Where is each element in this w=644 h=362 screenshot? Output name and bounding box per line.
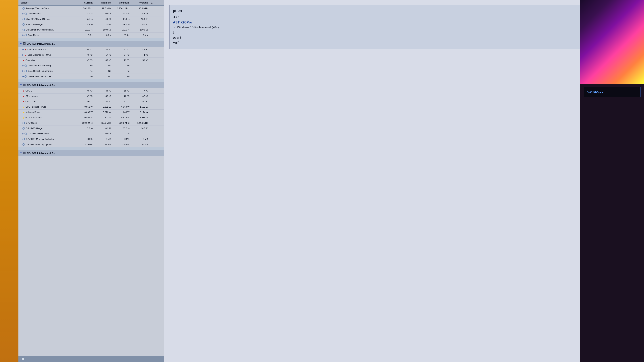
expand-icon[interactable]: ▶: [22, 70, 24, 72]
sensor-name: Average Effective Clock: [18, 6, 76, 10]
val-minimum: 132 MB: [94, 142, 112, 146]
group-label[interactable]: ▼ ■ CPU [#0]: Intel Atom x5-Z...: [18, 151, 76, 155]
sensor-name[interactable]: ▶ Core Power Limit Excee...: [18, 74, 76, 78]
val-minimum: No: [94, 64, 112, 67]
right-panel: ption -PC AST X98Pro oft Windows 10 Prof…: [164, 0, 644, 362]
val-average: 14.7 %: [131, 126, 149, 130]
circle-icon: [22, 122, 25, 124]
expand-icon[interactable]: ▶: [22, 48, 24, 51]
sensor-name[interactable]: ▶ Core Usages: [18, 12, 76, 15]
val-current: 0.854 W: [76, 116, 94, 119]
val-current: [76, 133, 94, 134]
expand-icon[interactable]: ▶: [22, 64, 24, 67]
sensor-name: CPU GT: [18, 89, 76, 93]
circle-icon: [22, 7, 25, 9]
group-header[interactable]: ▼ ■ CPU [#0]: Intel Atom x5-Z...: [18, 41, 164, 47]
circle-icon: [24, 64, 27, 67]
table-row: GPU D3D Usage 0.3 % 0.2 % 100.0 % 14.7 %: [18, 126, 164, 131]
sensor-name[interactable]: ▶ Core Temperatures: [18, 48, 76, 51]
expand-icon[interactable]: ▶: [22, 12, 24, 15]
val-average: [131, 76, 149, 77]
val-average: 1.418 W: [131, 116, 149, 119]
sensor-name[interactable]: ▶ GPU D3D Utilizations: [18, 132, 76, 136]
val-current: 0.099 W: [76, 110, 94, 114]
val-minimum: 400.0 MHz: [94, 121, 112, 125]
val-minimum: 43 °C: [94, 94, 112, 98]
table-row: GT Cores Power 0.854 W 0.807 W 5.416 W 1…: [18, 115, 164, 120]
sensor-name[interactable]: ▶ Core Ratios: [18, 33, 76, 37]
val-maximum: 51.6 %: [112, 22, 131, 26]
board-name: AST X98Pro: [173, 20, 636, 25]
val-current: 45 °C: [76, 48, 94, 51]
sensor-name: IA Cores Power: [18, 110, 76, 114]
sensor-name: On-Demand Clock Modulati...: [18, 28, 76, 32]
cpu-icon: ■: [23, 152, 26, 154]
group-label[interactable]: ▼ ■ CPU [#0]: Intel Atom x5-Z...: [18, 42, 76, 46]
val-average: 50 °C: [131, 58, 149, 62]
header-scroll: ▲: [149, 1, 154, 5]
left-panel: [0, 0, 18, 362]
circle-icon: [24, 75, 27, 78]
val-current: 47 °C: [76, 58, 94, 62]
table-row: Max CPU/Thread Usage 7.5 % 4.5 % 93.9 % …: [18, 16, 164, 22]
sensor-name: Core Max: [18, 58, 76, 62]
sensor-name: Total CPU Usage: [18, 22, 76, 26]
val-average: 100.0 %: [131, 28, 149, 32]
expand-icon[interactable]: ▶: [22, 75, 24, 77]
val-maximum: 1.206 W: [112, 110, 131, 114]
sensor-name[interactable]: ▶ Core Thermal Throttling: [18, 64, 76, 67]
val-minimum: 44 °C: [94, 89, 112, 93]
group-header[interactable]: ▼ ■ CPU [#0]: Intel Atom x5-Z...: [18, 150, 164, 156]
spacer-row: [18, 38, 164, 41]
val-minimum: 0.0 %: [94, 132, 112, 136]
val-maximum: 424 MB: [112, 142, 131, 146]
val-current: 3.2 %: [76, 22, 94, 26]
sensor-name[interactable]: ▶ Core Critical Temperature: [18, 69, 76, 73]
table-row: On-Demand Clock Modulati... 100.0 % 100.…: [18, 27, 164, 32]
val-maximum: No: [112, 74, 131, 78]
val-current: 0.953 W: [76, 105, 94, 109]
val-maximum: 28.0 x: [112, 33, 131, 37]
table-row: ▶ Core Usages 3.2 % 0.0 % 93.9 % 8.5 %: [18, 11, 164, 16]
bottom-label: HO: [20, 358, 24, 360]
val-average: 8.5 %: [131, 12, 149, 15]
val-maximum: 5.416 W: [112, 116, 131, 119]
table-row: ▶ Core Temperatures 45 °C 36 °C 73 °C 46…: [18, 47, 164, 52]
table-row: Total CPU Usage 3.2 % 2.5 % 51.6 % 8.5 %: [18, 22, 164, 27]
val-maximum: 93.9 %: [112, 12, 131, 15]
sensor-name[interactable]: ▶ Core Distance to TjMAX: [18, 53, 76, 57]
field3: Volf: [173, 40, 636, 45]
val-maximum: 1,174.1 MHz: [112, 6, 131, 10]
expand-icon[interactable]: ▶: [22, 133, 24, 135]
table-row: Average Effective Clock 56.3 MHz 49.5 MH…: [18, 6, 164, 11]
expand-icon[interactable]: ▶: [22, 54, 24, 56]
val-average: 1.592 W: [131, 105, 149, 109]
val-maximum: 73 °C: [112, 58, 131, 62]
group-label[interactable]: ▼ ■ CPU [#0]: Intel Atom x5-Z...: [18, 83, 76, 87]
cpu-icon: ■: [23, 84, 26, 86]
collapse-icon[interactable]: ▼: [20, 42, 22, 45]
circle-icon: [22, 23, 25, 26]
val-average: 0.174 W: [131, 110, 149, 114]
header-sensor: Sensor: [18, 1, 76, 5]
val-average: 7.4 x: [131, 33, 149, 37]
decorative-panel: hwinfo-7-: [580, 0, 644, 362]
val-minimum: 45 °C: [94, 99, 112, 103]
cpu-icon: ■: [23, 42, 26, 45]
val-current: 7.5 %: [76, 17, 94, 21]
pc-name: -PC: [173, 14, 636, 20]
expand-icon[interactable]: ▶: [22, 34, 24, 36]
val-average: 46 °C: [131, 48, 149, 51]
group-header[interactable]: ▼ ■ CPU [#0]: Intel Atom x5-Z...: [18, 82, 164, 88]
val-average: 47 °C: [131, 89, 149, 93]
bolt-icon: [22, 116, 24, 119]
circle-icon: [24, 133, 27, 135]
hwinfo-badge: hwinfo-7-: [584, 87, 641, 97]
collapse-icon[interactable]: ▼: [20, 152, 22, 154]
sensor-name: GPU D3D Memory Dedicated: [18, 137, 76, 141]
os-info: oft Windows 10 Professional (x64) ...: [173, 25, 636, 30]
val-average: 51 °C: [131, 99, 149, 103]
table-row: ▶ Core Power Limit Excee... No No No: [18, 74, 164, 79]
collapse-icon[interactable]: ▼: [20, 84, 22, 86]
temp-icon: [24, 54, 26, 56]
